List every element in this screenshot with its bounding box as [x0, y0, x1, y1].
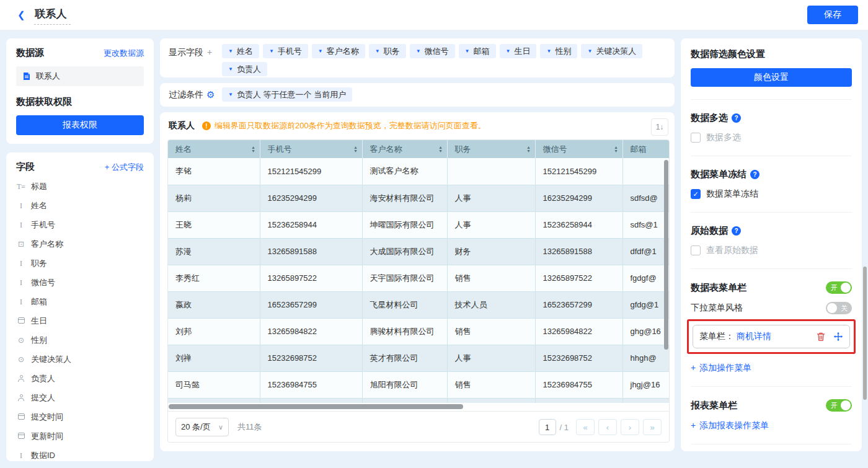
display-field-chip[interactable]: ▼微信号 [410, 44, 455, 58]
radio-field-icon: ⊙ [16, 336, 26, 345]
color-settings-button[interactable]: 颜色设置 [691, 68, 852, 87]
raw-data-checkbox[interactable]: ✓ 查看原始数据 [691, 245, 852, 256]
report-permission-button[interactable]: 报表权限 [16, 115, 144, 135]
gear-icon[interactable]: ⚙ [206, 89, 215, 100]
field-list: T≡标题I姓名I手机号⊡客户名称I职务I微信号I邮箱生日⊙性别⊙关键决策人负责人… [16, 177, 144, 461]
sort-arrows-icon[interactable]: ▴▾ [439, 146, 441, 153]
field-item[interactable]: 生日 [16, 311, 144, 330]
sort-arrows-icon[interactable]: ▴▾ [527, 146, 529, 153]
add-action-menu-link[interactable]: + 添加操作菜单 [691, 363, 751, 374]
display-field-chip[interactable]: ▼性别 [540, 44, 577, 58]
field-label: 关键决策人 [31, 354, 71, 365]
field-item[interactable]: I数据ID [16, 446, 144, 461]
question-icon[interactable]: ? [732, 113, 741, 123]
menu-bar-name[interactable]: 商机详情 [737, 331, 771, 342]
display-field-chip[interactable]: ▼姓名 [222, 44, 259, 58]
field-item[interactable]: I职务 [16, 254, 144, 273]
menu-freeze-checkbox[interactable]: ✓ 数据菜单冻结 [691, 188, 852, 200]
table-cell: fgdgf@ [622, 265, 669, 291]
field-item[interactable]: 提交人 [16, 388, 144, 407]
last-page-button[interactable]: » [643, 419, 662, 435]
table-vertical-scrollbar[interactable] [664, 160, 668, 350]
add-report-action-menu-link[interactable]: + 添加报表操作菜单 [691, 420, 769, 431]
next-page-button[interactable]: › [621, 419, 639, 435]
table-cell [447, 398, 535, 403]
display-field-chip[interactable]: ▼邮箱 [459, 44, 496, 58]
display-field-chip[interactable]: ▼负责人 [222, 62, 267, 76]
field-item[interactable]: ⊙性别 [16, 330, 144, 350]
caret-down-icon: ▼ [416, 48, 421, 54]
field-item[interactable]: I手机号 [16, 215, 144, 234]
field-item[interactable]: ⊡客户名称 [16, 234, 144, 254]
table-cell: 13265984822 [535, 318, 622, 345]
move-icon[interactable] [833, 332, 843, 342]
back-icon[interactable]: ❮ [17, 9, 25, 20]
prev-page-button[interactable]: ‹ [598, 419, 617, 435]
table-cell [535, 398, 622, 403]
table-cell: 销售 [447, 318, 535, 345]
text-field-icon: I [16, 221, 26, 229]
sort-arrows-icon[interactable]: ▴▾ [614, 146, 617, 153]
page-size-select[interactable]: 20 条/页 ∨ [175, 418, 229, 436]
dropdown-style-label: 下拉菜单风格 [691, 302, 743, 314]
field-item[interactable]: 负责人 [16, 369, 144, 388]
field-item[interactable]: 提交时间 [16, 407, 144, 426]
change-datasource-link[interactable]: 更改数据源 [104, 48, 144, 59]
table-cell: sdfsd@ [622, 185, 669, 211]
column-header[interactable]: 邮箱▴▾ [622, 140, 669, 158]
table-cell: 152121545299 [535, 158, 622, 185]
radio-field-icon: ⊙ [16, 355, 26, 364]
sort-order-icon[interactable]: 1↓ [651, 118, 668, 136]
table-cell: 16523657299 [535, 291, 622, 318]
field-item[interactable]: I微信号 [16, 273, 144, 292]
column-header[interactable]: 职务▴▾ [447, 140, 535, 158]
dropdown-style-toggle[interactable]: 关 [826, 302, 852, 314]
column-header[interactable]: 微信号▴▾ [535, 140, 622, 158]
column-header[interactable]: 手机号▴▾ [260, 140, 362, 158]
column-header[interactable]: 客户名称▴▾ [362, 140, 447, 158]
column-header[interactable]: 姓名▴▾ [168, 140, 260, 158]
display-field-chip[interactable]: ▼职务 [369, 44, 406, 58]
table-horizontal-scrollbar[interactable] [169, 404, 463, 409]
chip-label: 生日 [514, 46, 530, 57]
sort-arrows-icon[interactable]: ▴▾ [354, 146, 356, 153]
person-field-icon [16, 394, 26, 401]
table-menubar-toggle[interactable]: 开 [826, 281, 852, 294]
field-item[interactable]: T≡标题 [16, 177, 144, 196]
sort-arrows-icon[interactable]: ▴▾ [252, 146, 254, 153]
page-number-input[interactable] [539, 419, 556, 435]
save-button[interactable]: 保存 [807, 6, 858, 24]
display-field-chip[interactable]: ▼客户名称 [312, 44, 365, 58]
question-icon[interactable]: ? [750, 170, 760, 179]
menu-bar-item[interactable]: 菜单栏： 商机详情 [693, 325, 850, 348]
field-item[interactable]: ⊙关键决策人 [16, 350, 144, 369]
display-fields-panel: 显示字段+ ▼姓名▼手机号▼客户名称▼职务▼微信号▼邮箱▼生日▼性别▼关键决策人… [160, 38, 675, 77]
page-vertical-scrollbar[interactable] [863, 267, 867, 400]
report-menubar-toggle[interactable]: 开 [826, 399, 852, 412]
display-field-chip[interactable]: ▼手机号 [263, 44, 308, 58]
table-cell [622, 158, 669, 185]
display-field-chip[interactable]: ▼生日 [500, 44, 537, 58]
field-item[interactable]: I姓名 [16, 196, 144, 215]
raw-data-heading: 原始数据 [691, 225, 728, 237]
field-item[interactable]: I邮箱 [16, 292, 144, 311]
filter-condition-chip[interactable]: ▼负责人 等于任意一个 当前用户 [222, 87, 352, 102]
trash-icon[interactable] [816, 332, 826, 342]
table-cell: 李铭 [168, 158, 260, 185]
first-page-button[interactable]: « [576, 419, 595, 435]
report-menubar-heading: 报表菜单栏 [691, 400, 737, 412]
field-item[interactable]: 更新时间 [16, 426, 144, 446]
text-field-icon: I [16, 451, 26, 460]
field-label: 客户名称 [31, 239, 63, 250]
date-field-icon [16, 317, 26, 325]
table-row: 刘邦13265984822腾骏材料有限公司销售13265984822ghg@16 [168, 318, 669, 345]
datasource-item[interactable]: 联系人 [16, 66, 144, 86]
add-display-field-icon[interactable]: + [207, 47, 212, 57]
add-formula-field-link[interactable]: + 公式字段 [105, 162, 144, 173]
multi-select-checkbox[interactable]: ✓ 数据多选 [691, 132, 852, 143]
column-label: 邮箱 [631, 144, 647, 155]
question-icon[interactable]: ? [732, 226, 741, 236]
field-label: 提交时间 [31, 412, 63, 423]
display-field-chip[interactable]: ▼关键决策人 [581, 44, 642, 58]
table-cell: 苏漫 [168, 238, 260, 265]
